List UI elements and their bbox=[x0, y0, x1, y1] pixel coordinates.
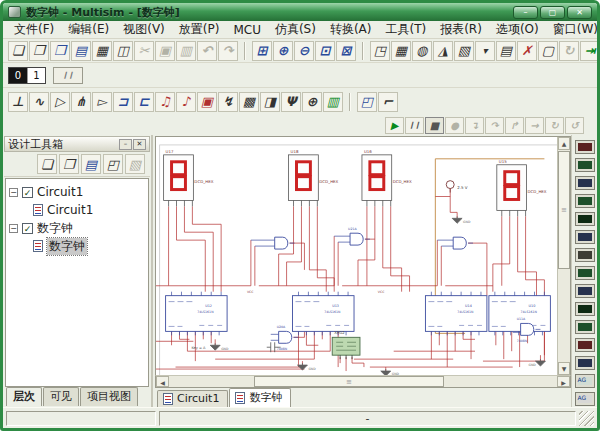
grapher-dropdown-button[interactable]: ▾ bbox=[475, 41, 495, 61]
capture-area-button[interactable]: ▢ bbox=[538, 41, 558, 61]
sheet-tab-circuit1[interactable]: Circuit1 bbox=[157, 390, 228, 407]
bus-button[interactable]: ⌐ bbox=[378, 92, 398, 112]
agilent-function-generator-icon[interactable]: AG bbox=[575, 374, 595, 388]
run-button[interactable]: ▶ bbox=[385, 117, 404, 134]
menu-file[interactable]: 文件(F) bbox=[7, 20, 61, 39]
seven-segment-display[interactable]: U16 DCD_HEX bbox=[362, 149, 412, 207]
rf-components-button[interactable]: Ψ bbox=[281, 92, 301, 112]
stop-button[interactable]: ■ bbox=[425, 117, 444, 134]
collapse-icon[interactable]: − bbox=[9, 188, 18, 197]
print-button[interactable]: ▦ bbox=[92, 41, 112, 61]
back-annotate-button[interactable]: ↻ bbox=[559, 41, 579, 61]
clear-breakpoints-button[interactable]: ↺ bbox=[565, 117, 584, 134]
database-manager-button[interactable]: ◍ bbox=[412, 41, 432, 61]
run-to-cursor-button[interactable]: → bbox=[525, 117, 544, 134]
seven-segment-display[interactable]: U17 DCD_HEX bbox=[164, 149, 214, 207]
scroll-right-button[interactable]: ▶ bbox=[557, 376, 570, 387]
tree-leaf-clock[interactable]: 数字钟 bbox=[9, 237, 145, 255]
scroll-up-button[interactable]: ▲ bbox=[558, 137, 570, 150]
maximize-button[interactable]: ▢ bbox=[540, 6, 565, 19]
spectrum-analyzer-icon[interactable] bbox=[575, 356, 595, 370]
tree-node-clock[interactable]: − ✓ 数字钟 bbox=[9, 219, 145, 237]
ground-symbol[interactable]: GND bbox=[210, 343, 229, 351]
electromechanical-components-button[interactable]: ⊕ bbox=[302, 92, 322, 112]
pause-button[interactable]: ❙❙ bbox=[405, 117, 424, 134]
menu-edit[interactable]: 编辑(E) bbox=[61, 20, 116, 39]
and-gate[interactable] bbox=[453, 237, 473, 249]
menu-simulate[interactable]: 仿真(S) bbox=[268, 20, 323, 39]
postprocessor-button[interactable]: ▤ bbox=[496, 41, 516, 61]
print-preview-button[interactable]: ◫ bbox=[113, 41, 133, 61]
step-into-button[interactable]: ↴ bbox=[465, 117, 484, 134]
tree-node-circuit1[interactable]: − ✓ Circuit1 bbox=[9, 183, 145, 201]
sheet-tab-clock[interactable]: 数字钟 bbox=[229, 388, 291, 407]
collapse-icon[interactable]: − bbox=[9, 224, 18, 233]
toolbox-close-button[interactable]: ✕ bbox=[133, 139, 146, 150]
open-sample-button[interactable]: ❒ bbox=[50, 41, 70, 61]
ni-components-button[interactable]: ▥ bbox=[323, 92, 343, 112]
counter-ic[interactable]: U14 74LS161N bbox=[425, 292, 486, 336]
four-channel-oscilloscope-icon[interactable] bbox=[575, 212, 595, 226]
new-button[interactable]: ❏ bbox=[8, 41, 28, 61]
toolbox-delete-button[interactable]: ▧ bbox=[125, 154, 145, 174]
menu-window[interactable]: 窗口(W) bbox=[546, 20, 600, 39]
pause-simulation-button[interactable]: ❙❙ bbox=[53, 67, 83, 84]
schematic-canvas[interactable]: U17 DCD_HEX U18 DCD_HEX bbox=[156, 137, 557, 375]
resize-grip[interactable] bbox=[579, 411, 594, 426]
paste-button[interactable]: ▥ bbox=[176, 41, 196, 61]
zoom-out-button[interactable]: ⊖ bbox=[294, 41, 314, 61]
transfer-ultiboard-button[interactable]: ⇥ bbox=[580, 41, 600, 61]
component-wizard-button[interactable]: ◮ bbox=[433, 41, 453, 61]
zoom-full-button[interactable]: ⊠ bbox=[336, 41, 356, 61]
frequency-counter-icon[interactable] bbox=[575, 248, 595, 262]
vertical-scroll-thumb[interactable]: ≡ bbox=[558, 151, 570, 269]
menu-reports[interactable]: 报表(R) bbox=[433, 20, 489, 39]
horizontal-scrollbar[interactable]: ◀ ≡ ▶ bbox=[155, 375, 571, 388]
seven-segment-display[interactable]: U15 DCD_HEX bbox=[497, 159, 547, 217]
multimeter-icon[interactable] bbox=[575, 140, 595, 154]
ttl-components-button[interactable]: ⊐ bbox=[113, 92, 133, 112]
scroll-down-button[interactable]: ▼ bbox=[558, 362, 570, 375]
wattmeter-icon[interactable] bbox=[575, 176, 595, 190]
menu-transfer[interactable]: 转换(A) bbox=[323, 20, 379, 39]
redo-button[interactable]: ↷ bbox=[218, 41, 238, 61]
checkbox-icon[interactable]: ✓ bbox=[22, 187, 33, 198]
logic-analyzer-icon[interactable] bbox=[575, 284, 595, 298]
vertical-scrollbar[interactable]: ▲ ≡ ▼ bbox=[557, 137, 570, 375]
zoom-in-button[interactable]: ⊕ bbox=[273, 41, 293, 61]
bode-plotter-icon[interactable] bbox=[575, 230, 595, 244]
menu-mcu[interactable]: MCU bbox=[226, 22, 268, 38]
advanced-peripherals-button[interactable]: ◨ bbox=[260, 92, 280, 112]
toolbox-minimize-button[interactable]: – bbox=[119, 139, 132, 150]
misc-components-button[interactable]: ▩ bbox=[239, 92, 259, 112]
spreadsheet-view-button[interactable]: ▦ bbox=[391, 41, 411, 61]
toolbox-new-folder-button[interactable]: ◰ bbox=[103, 154, 123, 174]
zoom-area-button[interactable]: ⊞ bbox=[252, 41, 272, 61]
toolbox-open-button[interactable]: ❐ bbox=[59, 154, 79, 174]
scroll-left-button[interactable]: ◀ bbox=[156, 376, 169, 387]
counter-ic[interactable]: U12 74LS161N bbox=[166, 292, 227, 336]
basic-components-button[interactable]: ∿ bbox=[29, 92, 49, 112]
step-out-button[interactable]: ↱ bbox=[505, 117, 524, 134]
record-button[interactable]: ● bbox=[445, 117, 464, 134]
minimize-button[interactable]: – bbox=[513, 6, 538, 19]
horizontal-scroll-track[interactable] bbox=[444, 376, 557, 387]
save-button[interactable]: ▤ bbox=[71, 41, 91, 61]
cmos-components-button[interactable]: ⊏ bbox=[134, 92, 154, 112]
menu-place[interactable]: 放置(P) bbox=[172, 20, 227, 39]
electrical-rules-check-button[interactable]: ✗ bbox=[517, 41, 537, 61]
counter-ic[interactable]: U10 74LS161N bbox=[489, 292, 550, 336]
tab-hierarchy[interactable]: 层次 bbox=[6, 387, 42, 406]
toolbox-save-button[interactable]: ▤ bbox=[81, 154, 101, 174]
hierarchical-block-button[interactable]: ◰ bbox=[357, 92, 377, 112]
power-components-button[interactable]: ↯ bbox=[218, 92, 238, 112]
diode-components-button[interactable]: ▷ bbox=[50, 92, 70, 112]
close-button[interactable]: ✕ bbox=[567, 6, 592, 19]
menu-options[interactable]: 选项(O) bbox=[489, 20, 546, 39]
mixed-components-button[interactable]: ♪ bbox=[176, 92, 196, 112]
horizontal-scroll-thumb[interactable]: ≡ bbox=[254, 376, 444, 387]
and-gate[interactable] bbox=[275, 237, 295, 249]
cut-button[interactable]: ✂ bbox=[134, 41, 154, 61]
seven-segment-display[interactable]: U18 DCD_HEX bbox=[289, 149, 339, 207]
transistor-components-button[interactable]: ⋔ bbox=[71, 92, 91, 112]
